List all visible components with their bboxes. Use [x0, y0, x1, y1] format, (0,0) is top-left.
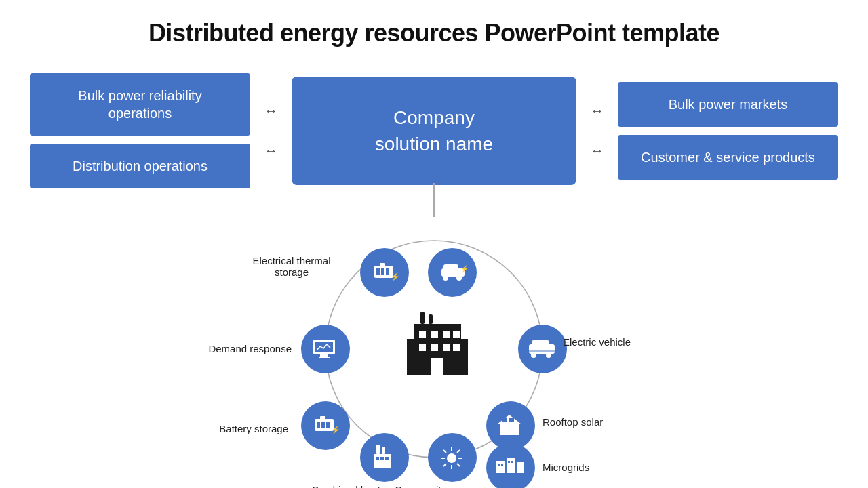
svg-text:⚡: ⚡: [460, 264, 469, 273]
arrow-right-2: ↔: [591, 143, 604, 159]
svg-rect-28: [508, 461, 510, 463]
svg-rect-20: [500, 424, 519, 435]
demand-label: Demand response: [208, 343, 292, 354]
arrow-left-1: ↔: [264, 103, 278, 119]
svg-rect-5: [443, 331, 450, 338]
svg-rect-53: [320, 354, 328, 357]
svg-rect-43: [380, 457, 384, 460]
building-icon: [407, 312, 468, 375]
svg-rect-59: [386, 268, 389, 275]
svg-rect-47: [317, 422, 320, 428]
svg-rect-23: [496, 461, 505, 473]
svg-rect-22: [509, 418, 514, 422]
svg-rect-12: [407, 339, 415, 375]
svg-rect-42: [376, 457, 379, 460]
svg-rect-48: [321, 422, 325, 428]
combined-heat-label: Combined heat: [311, 484, 381, 488]
svg-rect-57: [376, 268, 380, 275]
svg-rect-7: [419, 344, 426, 351]
svg-rect-11: [431, 358, 443, 375]
svg-rect-54: [319, 357, 330, 358]
microgrids-label: Microgrids: [542, 462, 589, 473]
top-section: Bulk power reliability operations Distri…: [0, 73, 868, 188]
svg-text:⚡: ⚡: [391, 272, 400, 281]
svg-point-63: [443, 275, 448, 281]
customer-service-box: Customer & service products: [618, 135, 838, 180]
svg-rect-8: [431, 344, 438, 351]
svg-point-30: [447, 453, 456, 463]
svg-rect-26: [498, 464, 500, 466]
right-arrows: ↔ ↔: [591, 103, 604, 159]
rooftop-label: Rooftop solar: [542, 416, 603, 428]
svg-rect-6: [453, 331, 460, 338]
svg-rect-9: [443, 344, 450, 351]
ev-label: Electric vehicle: [563, 336, 631, 348]
center-box: Company solution name: [292, 77, 576, 185]
svg-text:⚡: ⚡: [331, 425, 340, 434]
svg-rect-13: [460, 339, 468, 375]
page-title: Distributed energy resources PowerPoint …: [0, 0, 868, 61]
svg-rect-25: [517, 462, 524, 473]
svg-rect-21: [502, 418, 507, 422]
svg-rect-62: [443, 264, 458, 271]
diagram-svg: Electric vehicle Rooftop solar Microgrid…: [0, 210, 868, 488]
svg-rect-58: [381, 268, 384, 275]
community-solar-label: Community: [395, 484, 446, 488]
right-boxes: Bulk power markets Customer & service pr…: [618, 82, 838, 180]
thermal-label: Electrical thermal: [252, 255, 330, 266]
svg-point-16: [531, 352, 536, 358]
svg-rect-49: [326, 422, 330, 428]
svg-rect-1: [429, 314, 433, 324]
svg-rect-29: [511, 461, 513, 463]
left-arrows: ↔ ↔: [264, 103, 278, 159]
community-solar-icon: [441, 447, 462, 469]
svg-rect-56: [380, 263, 385, 266]
diagram-container: Electric vehicle Rooftop solar Microgrid…: [0, 210, 868, 488]
svg-rect-46: [320, 416, 326, 420]
distribution-box: Distribution operations: [30, 144, 250, 188]
svg-rect-41: [374, 454, 391, 468]
svg-rect-0: [420, 312, 425, 324]
svg-point-64: [456, 275, 462, 281]
svg-rect-24: [507, 458, 515, 473]
arrow-left-2: ↔: [264, 143, 278, 159]
left-boxes: Bulk power reliability operations Distri…: [30, 73, 250, 188]
svg-rect-10: [453, 344, 460, 351]
svg-point-17: [546, 352, 551, 358]
svg-rect-4: [431, 331, 438, 338]
svg-rect-3: [419, 331, 426, 338]
svg-rect-27: [501, 464, 503, 466]
battery-label: Battery storage: [219, 423, 288, 434]
svg-rect-40: [382, 447, 385, 454]
thermal-label2: storage: [275, 266, 309, 278]
svg-rect-44: [385, 457, 389, 460]
svg-rect-15: [532, 340, 549, 348]
bulk-power-box: Bulk power reliability operations: [30, 73, 250, 136]
bulk-markets-box: Bulk power markets: [618, 82, 838, 127]
svg-rect-39: [376, 445, 380, 454]
arrow-right-1: ↔: [591, 103, 604, 119]
